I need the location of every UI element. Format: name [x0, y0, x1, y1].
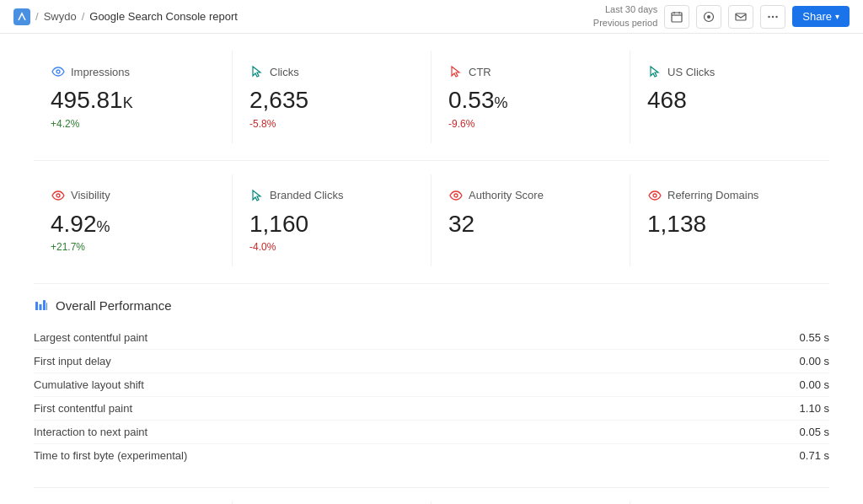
svg-rect-7	[736, 13, 746, 20]
metrics-row-2: Visibility 4.92% +21.7% Branded Clicks 1…	[34, 174, 829, 267]
performance-metric-name: Interaction to next paint	[34, 426, 147, 438]
row-divider-3	[34, 487, 829, 488]
metric-value-branded-clicks: 1,160	[249, 210, 414, 239]
performance-metric-value: 0.55 s	[800, 331, 829, 344]
row-divider-2	[34, 283, 829, 284]
metric-card-authority-score: Authority Score 32	[432, 174, 630, 267]
svg-rect-17	[43, 300, 46, 310]
metric-header-us-clicks: US Clicks	[647, 64, 812, 79]
metric-change-branded-clicks: -4.0%	[249, 241, 414, 253]
metric-value-authority-score: 32	[448, 210, 613, 239]
performance-metric-name: Largest contentful paint	[34, 331, 147, 344]
overall-performance-section: Overall Performance Largest contentful p…	[34, 298, 829, 467]
metric-value-impressions: 495.81K	[51, 86, 215, 115]
metric-card-us-clicks: US Clicks 468	[630, 51, 829, 143]
metric-icon-ctr	[448, 64, 464, 79]
metric-card-clicks: Clicks 2,635 -5.8%	[233, 51, 432, 143]
metric-change-ctr: -9.6%	[448, 118, 613, 130]
metric-card-visibility: Visibility 4.92% +21.7%	[34, 174, 233, 267]
breadcrumb-report: Google Search Console report	[89, 10, 238, 23]
performance-icon	[34, 298, 49, 313]
performance-metric-name: Cumulative layout shift	[34, 378, 144, 391]
row-divider-1	[34, 160, 829, 161]
svg-rect-18	[46, 303, 47, 310]
metric-card-impressions: Impressions 495.81K +4.2%	[34, 51, 233, 143]
svg-point-9	[772, 15, 774, 17]
metric-label-ctr: CTR	[469, 66, 491, 78]
performance-metric-name: First contentful paint	[34, 402, 132, 415]
metric-card-branded-clicks: Branded Clicks 1,160 -4.0%	[233, 174, 432, 267]
metrics-row-1: Impressions 495.81K +4.2% Clicks 2,635 -…	[34, 51, 829, 143]
metric-header-authority-score: Authority Score	[448, 188, 613, 203]
metric-header-impressions: Impressions	[51, 64, 215, 79]
svg-point-14	[653, 194, 657, 197]
breadcrumb: / Swydo / Google Search Console report	[13, 8, 238, 25]
metric-value-referring-domains: 1,138	[647, 210, 812, 239]
metric-label-branded-clicks: Branded Clicks	[270, 189, 343, 201]
performance-metric-value: 0.71 s	[800, 449, 829, 462]
performance-header: Overall Performance	[34, 298, 829, 313]
performance-metric-name: Time to first byte (experimental)	[34, 449, 187, 462]
performance-metric-value: 1.10 s	[800, 402, 829, 415]
metric-label-us-clicks: US Clicks	[667, 66, 715, 78]
breadcrumb-sep1: /	[35, 10, 39, 23]
metric-icon-visibility	[51, 188, 66, 203]
header-actions: Last 30 days Previous period	[593, 3, 850, 29]
metric-icon-referring-domains	[647, 188, 662, 203]
logo-icon	[13, 8, 30, 25]
performance-metric-value: 0.00 s	[800, 378, 829, 391]
breadcrumb-sep2: /	[82, 10, 85, 23]
share-button[interactable]: Share ▾	[792, 6, 850, 27]
email-button[interactable]	[728, 5, 753, 29]
metric-icon-branded-clicks	[249, 188, 265, 203]
header: / Swydo / Google Search Console report L…	[0, 0, 863, 34]
svg-point-6	[707, 15, 710, 19]
performance-table: Largest contentful paint 0.55 s First in…	[34, 326, 829, 467]
metric-header-clicks: Clicks	[249, 64, 414, 79]
main-content: Impressions 495.81K +4.2% Clicks 2,635 -…	[0, 34, 863, 504]
performance-row: Cumulative layout shift 0.00 s	[34, 373, 829, 397]
metric-icon-impressions	[51, 64, 66, 79]
metric-icon-authority-score	[448, 188, 464, 203]
performance-title: Overall Performance	[56, 298, 172, 313]
performance-row: Largest contentful paint 0.55 s	[34, 326, 829, 350]
notification-button[interactable]	[696, 5, 721, 29]
metric-change-clicks: -5.8%	[249, 118, 414, 130]
metric-label-referring-domains: Referring Domains	[667, 189, 758, 201]
metric-header-visibility: Visibility	[51, 188, 215, 203]
date-range-info: Last 30 days Previous period	[593, 3, 657, 29]
svg-point-8	[769, 15, 770, 17]
metric-value-us-clicks: 468	[647, 86, 812, 115]
metric-change-impressions: +4.2%	[51, 118, 215, 130]
metric-label-impressions: Impressions	[71, 66, 130, 78]
performance-metric-name: First input delay	[34, 355, 111, 367]
metric-change-visibility: +21.7%	[51, 241, 215, 253]
svg-point-13	[454, 194, 458, 197]
metric-value-ctr: 0.53%	[448, 86, 613, 115]
metric-header-ctr: CTR	[448, 64, 613, 79]
performance-row: First input delay 0.00 s	[34, 350, 829, 373]
svg-rect-1	[672, 13, 682, 22]
svg-point-11	[56, 70, 60, 73]
metric-header-branded-clicks: Branded Clicks	[249, 188, 414, 203]
svg-rect-16	[40, 304, 42, 310]
metric-header-referring-domains: Referring Domains	[647, 188, 812, 203]
metric-card-referring-domains: Referring Domains 1,138	[630, 174, 829, 267]
share-chevron-icon: ▾	[835, 12, 839, 21]
metric-icon-clicks	[249, 64, 265, 79]
metric-label-authority-score: Authority Score	[469, 189, 544, 201]
svg-point-12	[56, 194, 60, 197]
more-options-button[interactable]	[760, 5, 785, 29]
calendar-button[interactable]	[664, 5, 689, 29]
performance-row: Interaction to next paint 0.05 s	[34, 421, 829, 444]
performance-row: First contentful paint 1.10 s	[34, 397, 829, 421]
metric-icon-us-clicks	[647, 64, 662, 79]
metric-value-visibility: 4.92%	[51, 210, 215, 239]
metric-label-visibility: Visibility	[71, 189, 110, 201]
performance-row: Time to first byte (experimental) 0.71 s	[34, 444, 829, 467]
breadcrumb-swydo[interactable]: Swydo	[44, 10, 77, 23]
svg-point-10	[776, 15, 778, 17]
metric-label-clicks: Clicks	[270, 66, 299, 78]
performance-metric-value: 0.00 s	[800, 355, 829, 367]
metric-card-ctr: CTR 0.53% -9.6%	[432, 51, 630, 143]
